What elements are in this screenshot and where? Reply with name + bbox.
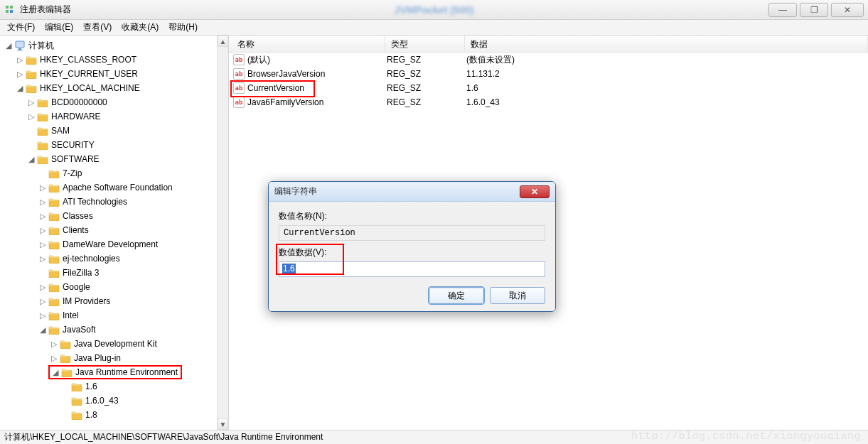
- expand-icon[interactable]: ▷: [26, 112, 37, 121]
- tree-node[interactable]: 1.8: [0, 408, 228, 422]
- tree-node-label: 1.6.0_43: [85, 396, 119, 406]
- expand-icon[interactable]: ▷: [37, 297, 48, 306]
- svg-rect-6: [17, 50, 23, 50]
- value-name-field: CurrentVersion: [279, 225, 545, 241]
- folder-icon: [71, 381, 82, 392]
- tree-node-label: SOFTWARE: [51, 154, 100, 164]
- tree-node-label: Google: [63, 282, 90, 292]
- expand-icon[interactable]: ▷: [37, 283, 48, 292]
- expand-icon[interactable]: ▷: [37, 240, 48, 249]
- tree-node[interactable]: FileZilla 3: [0, 266, 228, 280]
- expand-icon[interactable]: ▷: [14, 70, 26, 79]
- value-row[interactable]: abJava6FamilyVersionREG_SZ1.6.0_43: [229, 95, 868, 109]
- expand-icon[interactable]: ▷: [48, 340, 60, 349]
- tree-node[interactable]: ◢SOFTWARE: [0, 152, 228, 166]
- menu-favorites[interactable]: 收藏夹(A): [117, 20, 163, 35]
- string-value-icon: ab: [233, 97, 245, 108]
- folder-icon: [48, 196, 60, 207]
- tree-node-label: 计算机: [28, 40, 54, 52]
- tree-node[interactable]: ▷Intel: [0, 308, 228, 323]
- expand-icon[interactable]: ▷: [37, 212, 48, 221]
- value-data: (数值未设置): [465, 54, 868, 66]
- close-button[interactable]: ✕: [831, 3, 864, 17]
- svg-rect-2: [6, 10, 9, 13]
- tree-scrollbar[interactable]: ▲ ▼: [217, 36, 228, 430]
- folder-icon: [71, 395, 82, 406]
- value-row[interactable]: abBrowserJavaVersionREG_SZ11.131.2: [229, 67, 868, 81]
- expand-icon[interactable]: ▷: [37, 226, 48, 235]
- col-header-name[interactable]: 名称: [229, 36, 385, 52]
- collapse-icon[interactable]: ◢: [26, 155, 37, 164]
- expand-icon[interactable]: ▷: [37, 254, 48, 264]
- col-header-data[interactable]: 数据: [465, 36, 868, 52]
- maximize-button[interactable]: ❐: [800, 3, 828, 17]
- tree-node[interactable]: ◢JavaSoft: [0, 323, 228, 337]
- expand-icon[interactable]: ▷: [14, 55, 26, 65]
- tree-node[interactable]: 1.6: [0, 379, 228, 394]
- tree-node[interactable]: ▷Apache Software Foundation: [0, 180, 228, 195]
- collapse-icon[interactable]: ◢: [37, 325, 48, 335]
- expand-icon[interactable]: ▷: [37, 311, 48, 320]
- collapse-icon[interactable]: ◢: [14, 84, 26, 93]
- menu-help[interactable]: 帮助(H): [164, 20, 202, 35]
- tree-node[interactable]: ▷DameWare Development: [0, 237, 228, 251]
- app-icon: [4, 4, 16, 16]
- folder-icon: [37, 111, 48, 122]
- tree-node[interactable]: SAM: [0, 124, 228, 138]
- tree-node-label: Classes: [63, 211, 93, 221]
- folder-icon: [48, 324, 60, 335]
- tree-node[interactable]: ▷Google: [0, 280, 228, 294]
- tree-node[interactable]: 1.6.0_43: [0, 394, 228, 408]
- tree-node[interactable]: ▷IM Providers: [0, 294, 228, 308]
- ok-button[interactable]: 确定: [429, 287, 484, 304]
- col-header-type[interactable]: 类型: [385, 36, 465, 52]
- tree-node[interactable]: ▷HKEY_CLASSES_ROOT: [0, 53, 228, 67]
- value-type: REG_SZ: [385, 97, 465, 107]
- scroll-up-icon[interactable]: ▲: [218, 36, 228, 47]
- tree-node[interactable]: ◢HKEY_LOCAL_MACHINE: [0, 81, 228, 95]
- tree-pane: ◢计算机▷HKEY_CLASSES_ROOT▷HKEY_CURRENT_USER…: [0, 36, 229, 430]
- tree-node-label: HARDWARE: [51, 112, 101, 121]
- folder-icon: [71, 409, 82, 421]
- tree-node-label: HKEY_LOCAL_MACHINE: [40, 83, 140, 93]
- tree-node[interactable]: ▷ATI Technologies: [0, 195, 228, 209]
- expand-icon[interactable]: ▷: [48, 354, 60, 363]
- menu-edit[interactable]: 编辑(E): [41, 20, 77, 35]
- tree-node[interactable]: ▷HKEY_CURRENT_USER: [0, 67, 228, 81]
- tree-root-node[interactable]: ◢计算机: [0, 38, 228, 53]
- tree-node[interactable]: ▷Classes: [0, 209, 228, 223]
- tree-node[interactable]: 7-Zip: [0, 166, 228, 180]
- dialog-close-button[interactable]: ✕: [520, 185, 550, 198]
- folder-icon: [48, 210, 60, 222]
- folder-icon: [26, 82, 37, 94]
- collapse-icon[interactable]: ◢: [50, 368, 61, 377]
- folder-icon: [60, 352, 71, 364]
- menu-file[interactable]: 文件(F): [3, 20, 39, 35]
- tree-node[interactable]: ▷ej-technologies: [0, 251, 228, 266]
- collapse-icon[interactable]: ◢: [3, 41, 14, 50]
- tree-node[interactable]: ◢Java Runtime Environment: [0, 365, 228, 379]
- menu-bar: 文件(F) 编辑(E) 查看(V) 收藏夹(A) 帮助(H): [0, 20, 868, 36]
- scroll-down-icon[interactable]: ▼: [218, 418, 228, 430]
- tree-node[interactable]: SECURITY: [0, 138, 228, 152]
- expand-icon[interactable]: ▷: [26, 98, 37, 107]
- tree-node[interactable]: ▷Clients: [0, 223, 228, 237]
- tree-node[interactable]: ▷HARDWARE: [0, 109, 228, 124]
- menu-view[interactable]: 查看(V): [79, 20, 116, 35]
- cancel-button[interactable]: 取消: [490, 287, 545, 304]
- value-row[interactable]: ab(默认)REG_SZ(数值未设置): [229, 53, 868, 67]
- tree-node-label: FileZilla 3: [63, 268, 99, 278]
- tree-node-label: ATI Technologies: [63, 197, 127, 207]
- value-row[interactable]: abCurrentVersionREG_SZ1.6: [229, 81, 868, 95]
- dialog-title-bar[interactable]: 编辑字符串 ✕: [269, 182, 555, 202]
- minimize-button[interactable]: —: [768, 3, 797, 17]
- tree-node[interactable]: ▷BCD00000000: [0, 95, 228, 109]
- expand-icon[interactable]: ▷: [37, 183, 48, 193]
- tree-node-label: 1.8: [85, 410, 97, 420]
- value-type: REG_SZ: [385, 55, 465, 65]
- expand-icon[interactable]: ▷: [37, 197, 48, 207]
- svg-rect-1: [10, 6, 13, 9]
- tree-node[interactable]: ▷Java Plug-in: [0, 351, 228, 365]
- tree-node[interactable]: ▷Java Development Kit: [0, 337, 228, 351]
- value-data-input[interactable]: 1.6: [279, 261, 545, 277]
